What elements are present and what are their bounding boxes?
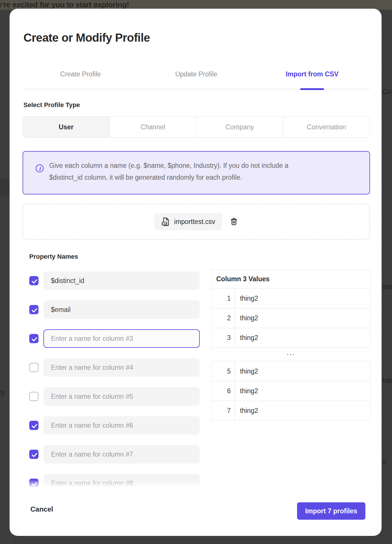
- segment-label: Conversation: [307, 123, 346, 131]
- uploaded-file-chip: csv importtest.csv: [154, 213, 222, 230]
- row-value: thing2: [235, 328, 258, 348]
- table-row: 5 thing2: [212, 361, 370, 381]
- table-row: 3 thing2: [212, 328, 370, 348]
- property-names-label: Property Names: [29, 253, 78, 260]
- dialog-tab-bar: Create Profile Update Profile Import fro…: [23, 59, 370, 89]
- select-profile-type-label: Select Profile Type: [23, 101, 80, 109]
- tab-update-profile[interactable]: Update Profile: [138, 59, 254, 89]
- info-note-text: Give each column a name (e.g. $name, $ph…: [49, 160, 288, 183]
- table-row: 7 thing2: [212, 401, 370, 420]
- property-row-2: [10, 300, 212, 319]
- uploaded-file-name: importtest.csv: [174, 218, 215, 226]
- property-row-7: [10, 445, 212, 464]
- column-1-checkbox[interactable]: [29, 276, 39, 285]
- trash-icon: [230, 217, 238, 226]
- property-row-8: [10, 474, 212, 487]
- preview-table-top-rows: 1 thing2 2 thing2 3 thing2: [211, 288, 371, 348]
- row-value: thing2: [235, 401, 258, 420]
- row-index: 6: [212, 381, 235, 401]
- column-naming-info-note: i Give each column a name (e.g. $name, $…: [23, 151, 370, 194]
- column-3-name-input[interactable]: [43, 329, 200, 348]
- checkmark-icon: [31, 335, 38, 343]
- segment-label: Channel: [140, 123, 165, 131]
- column-4-name-input[interactable]: [43, 358, 200, 377]
- checkmark-icon: [31, 451, 38, 459]
- checkmark-icon: [31, 480, 38, 487]
- profile-type-company[interactable]: Company: [196, 117, 283, 137]
- column-5-name-input[interactable]: [43, 387, 200, 406]
- profile-type-channel[interactable]: Channel: [109, 117, 196, 137]
- tab-label: Create Profile: [60, 70, 101, 78]
- column-values-preview-table: Column 3 Values 1 thing2 2 thing2 3 thin…: [211, 269, 371, 421]
- ellipsis: ...: [287, 351, 295, 354]
- csv-upload-dropzone[interactable]: csv importtest.csv: [23, 204, 370, 240]
- background-text-fragment: ata: [382, 282, 392, 291]
- tab-import-from-csv[interactable]: Import from CSV: [254, 59, 370, 89]
- svg-text:csv: csv: [162, 222, 166, 225]
- background-text-fragment: a: [382, 457, 386, 466]
- remove-file-button[interactable]: [230, 217, 238, 226]
- preview-table-header: Column 3 Values: [211, 269, 371, 288]
- info-note-line1: Give each column a name (e.g. $name, $ph…: [49, 160, 288, 172]
- column-6-checkbox[interactable]: [29, 421, 39, 430]
- svg-text:i: i: [39, 166, 41, 172]
- column-3-checkbox[interactable]: [29, 334, 39, 343]
- background-right-edge: Col ata lab a: [382, 10, 392, 544]
- column-8-name-input[interactable]: [43, 474, 200, 487]
- preview-table-bottom-rows: 5 thing2 6 thing2 7 thing2: [211, 361, 371, 421]
- property-row-3: [10, 329, 212, 348]
- csv-file-icon: csv: [161, 217, 171, 226]
- tab-create-profile[interactable]: Create Profile: [23, 59, 138, 89]
- profile-type-segmented-control: User Channel Company Conversation: [23, 116, 370, 138]
- tab-label: Update Profile: [175, 70, 217, 78]
- checkmark-icon: [31, 422, 38, 430]
- background-text-fragment: g: [0, 388, 5, 396]
- table-row: 6 thing2: [212, 381, 370, 401]
- profile-type-user[interactable]: User: [23, 117, 109, 137]
- row-value: thing2: [235, 308, 258, 328]
- info-icon: i: [35, 164, 44, 173]
- column-1-name-input[interactable]: [43, 271, 200, 290]
- column-8-checkbox[interactable]: [29, 479, 39, 487]
- dialog-title: Create or Modify Profile: [23, 31, 150, 44]
- info-note-line2: $distinct_id column, it will be generate…: [49, 172, 288, 183]
- column-7-checkbox[interactable]: [29, 450, 39, 459]
- segment-label: Company: [226, 123, 254, 131]
- background-banner-text: e're excited for you to start exploring!: [0, 0, 129, 9]
- cancel-button[interactable]: Cancel: [30, 505, 53, 513]
- import-profiles-button[interactable]: Import 7 profiles: [297, 502, 365, 520]
- tab-label: Import from CSV: [286, 70, 339, 78]
- column-5-checkbox[interactable]: [29, 392, 39, 401]
- property-names-list: [10, 262, 212, 487]
- row-value: thing2: [235, 288, 258, 308]
- column-4-checkbox[interactable]: [29, 363, 39, 372]
- column-2-checkbox[interactable]: [29, 305, 39, 314]
- row-value: thing2: [235, 361, 258, 381]
- column-2-name-input[interactable]: [43, 300, 200, 319]
- preview-table-gap: ...: [211, 348, 371, 361]
- create-or-modify-profile-dialog: Create or Modify Profile Create Profile …: [10, 9, 382, 536]
- table-row: 2 thing2: [212, 308, 370, 328]
- table-row: 1 thing2: [212, 288, 370, 308]
- row-value: thing2: [235, 381, 258, 401]
- segment-label: User: [59, 123, 74, 131]
- row-index: 7: [212, 401, 235, 420]
- property-row-1: [10, 271, 212, 290]
- active-tab-indicator: [300, 88, 324, 90]
- background-text-fragment: Col: [382, 87, 392, 96]
- row-index: 3: [212, 328, 235, 348]
- background-text-fragment: lab: [382, 376, 392, 385]
- row-index: 5: [212, 361, 235, 381]
- profile-type-conversation[interactable]: Conversation: [283, 117, 370, 137]
- column-7-name-input[interactable]: [43, 445, 200, 464]
- row-index: 2: [212, 308, 235, 328]
- property-row-6: [10, 416, 212, 435]
- property-row-5: [10, 387, 212, 406]
- checkmark-icon: [31, 277, 38, 285]
- column-6-name-input[interactable]: [43, 416, 200, 435]
- background-banner: e're excited for you to start exploring!: [0, 0, 392, 10]
- property-row-4: [10, 358, 212, 377]
- row-index: 1: [212, 288, 235, 308]
- checkmark-icon: [31, 306, 38, 314]
